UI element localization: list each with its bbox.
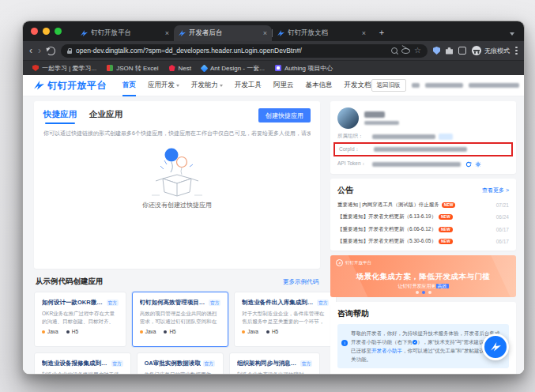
carousel-dots	[330, 291, 516, 294]
announcement-item[interactable]: 【重要通知】开发者文档更新（6.06-6.12） NEW 06/17	[337, 226, 509, 233]
sample-cards-row-1: 如何设计一款OKR微应用官方 OKR业务在推广过程中存在大量的沟通、目标创建、目…	[34, 292, 320, 347]
sample-card-okr[interactable]: 如何设计一款OKR微应用官方 OKR业务在推广过程中存在大量的沟通、目标创建、目…	[34, 292, 126, 347]
reload-icon[interactable]	[47, 47, 55, 55]
banner-highlight: 高效	[436, 284, 449, 288]
main-content: 快捷应用 企业应用 创建快捷应用 你可以通过快捷链接的形式创建最多6个快捷应用，…	[23, 96, 524, 374]
right-column: 所属组织： CorpId： API Token：	[330, 101, 516, 374]
sample-card-spare-parts[interactable]: 制造业备件出入库集成到钉钉官方 对于大型制造业企业，备件库管理在售后服务中是至关…	[234, 292, 337, 347]
browser-tab-developer-backend[interactable]: 开发者后台 ×	[174, 25, 272, 41]
url-text[interactable]: open-dev.dingtalk.com/?spm=dd_developers…	[76, 47, 387, 55]
minimize-window-button[interactable]	[43, 28, 50, 35]
close-window-button[interactable]	[31, 28, 38, 35]
chevron-down-icon	[176, 85, 179, 87]
nav-item-app-dev[interactable]: 应用开发	[148, 81, 179, 90]
bookmark-label: Nest	[179, 65, 191, 72]
bookmark-favicon-icon	[201, 64, 209, 72]
kebab-menu-icon[interactable]	[515, 47, 518, 55]
org-label: 所属组织：	[337, 133, 369, 140]
nav-item-basic-info[interactable]: 基本信息	[306, 81, 333, 90]
java-dot-icon	[140, 330, 143, 334]
shield-extension-icon[interactable]	[433, 47, 440, 55]
eye-off-icon[interactable]	[401, 48, 410, 54]
token-label: API Token：	[337, 160, 369, 168]
announcement-item[interactable]: 【重要通知】开发者文档更新（5.30-6.05） NEW 06/17	[337, 238, 509, 245]
bookmark-item[interactable]: JSON 转 Excel	[107, 64, 158, 73]
sample-card-org-sync[interactable]: 组织架构同步与消息通知官方 制造企业生产设备出现故障时，一线生产人员需要将故障问…	[229, 352, 320, 374]
address-bar[interactable]: open-dev.dingtalk.com/?spm=dd_developers…	[61, 44, 428, 58]
create-quick-app-button[interactable]: 创建快捷应用	[258, 108, 311, 122]
sample-card-tags: JavaH5	[140, 329, 221, 334]
browser-tab-dingtalk-open-platform[interactable]: 钉钉开放平台 ×	[76, 25, 174, 41]
announcement-item[interactable]: 重要通知 | 内网穿透工具（测试版）停止服务 NEW 07/21	[337, 202, 509, 209]
dingtalk-logo-icon	[34, 81, 44, 91]
view-more-link[interactable]: 查看更多 >	[482, 187, 509, 194]
zoom-page-icon[interactable]	[391, 47, 397, 54]
avatar[interactable]	[337, 107, 359, 129]
refresh-icon[interactable]	[465, 161, 472, 168]
site-logo[interactable]: 钉钉开放平台	[34, 79, 107, 92]
tab-enterprise-apps[interactable]: 企业应用	[89, 109, 122, 120]
zoom-window-button[interactable]	[55, 28, 62, 35]
site-header: 钉钉开放平台 首页 应用开发 开发能力 开发工具 阿里云 基本信息 开发文档 返…	[23, 75, 524, 96]
close-tab-icon[interactable]: ×	[362, 30, 366, 37]
incognito-badge: 无痕模式	[472, 46, 510, 55]
dingtalk-assistant-button[interactable]	[482, 334, 509, 360]
bookmark-label: JSON 转 Excel	[116, 64, 158, 73]
carousel-dot[interactable]	[428, 291, 431, 294]
forward-icon[interactable]: ›	[38, 46, 41, 55]
tab-group-icon[interactable]	[458, 47, 466, 55]
announcements-card: 公告 查看更多 > 重要通知 | 内网穿透工具（测试版）停止服务 NEW 07/…	[330, 179, 516, 251]
nav-item-dev-docs[interactable]: 开发文档	[345, 81, 371, 90]
sample-card-desc: 高效的项目管理是企业共同的强烈需求，可以通过钉钉团队空间和在线文...	[140, 310, 221, 325]
legacy-version-button[interactable]: 返回旧版	[371, 79, 406, 92]
nav-item-dev-tools[interactable]: 开发工具	[235, 81, 262, 90]
sample-card-project-files[interactable]: 钉钉如何高效管理项目文件官方 高效的项目管理是企业共同的强烈需求，可以通过钉钉团…	[132, 292, 229, 347]
close-tab-icon[interactable]: ×	[165, 30, 169, 37]
announcement-item[interactable]: 【重要通知】开发者文档更新（6.13-6.19） NEW 06/24	[337, 213, 509, 220]
quick-apps-description: 你可以通过快捷链接的形式创建最多6个快捷应用，快捷应用在工作台中仅自己可见，若要…	[43, 130, 311, 138]
dingtalk-favicon-icon	[277, 30, 284, 37]
empty-state: 你还没有创建过快捷应用	[43, 145, 311, 209]
java-dot-icon	[42, 330, 45, 334]
browser-tab-dingtalk-docs[interactable]: 钉钉开放文档 ×	[273, 25, 371, 41]
org-tag-redacted[interactable]	[439, 134, 453, 140]
nav-item-aliyun[interactable]: 阿里云	[273, 81, 294, 90]
bookmark-item[interactable]: Authing 项目中心	[275, 64, 333, 73]
sample-card-equipment-repair[interactable]: 制造业设备报修集成到钉钉官方 制造业企业的设备终端用户对于使用中的设备需要进行定…	[34, 352, 131, 374]
settings-gear-icon[interactable]	[475, 161, 481, 168]
dingtalk-favicon-icon	[179, 30, 186, 37]
nav-item-home[interactable]: 首页	[122, 81, 136, 90]
nav-item-dev-capability[interactable]: 开发能力	[191, 81, 223, 90]
carousel-dot[interactable]	[416, 291, 419, 294]
tab-quick-apps[interactable]: 快捷应用	[43, 109, 77, 120]
new-tab-button[interactable]: +	[375, 27, 388, 40]
bookmark-star-icon[interactable]: ☆	[414, 47, 421, 55]
h5-dot-icon	[164, 330, 167, 334]
sample-card-title: 如何设计一款OKR微应用	[42, 299, 104, 307]
site-nav: 首页 应用开发 开发能力 开发工具 阿里云 基本信息 开发文档	[122, 81, 371, 90]
incognito-icon	[472, 46, 481, 55]
extensions-puzzle-icon[interactable]	[446, 47, 453, 55]
assistant-link[interactable]: 开发者小助手	[371, 348, 402, 353]
more-samples-link[interactable]: 更多示例代码	[283, 278, 318, 286]
bookmark-item[interactable]: Nest	[169, 65, 191, 72]
bookmark-favicon-icon	[107, 65, 113, 71]
redacted-user-info	[412, 83, 420, 88]
sample-card-title: 制造业备件出入库集成到钉钉	[242, 299, 315, 307]
back-icon[interactable]: ‹	[29, 46, 32, 55]
sample-card-title: 组织架构同步与消息通知	[237, 360, 298, 368]
close-tab-icon[interactable]: ×	[263, 30, 267, 37]
bookmark-label: 一起学习 | 爱学习...	[42, 64, 96, 73]
carousel-dot-active[interactable]	[422, 291, 425, 294]
tab-title: 钉钉开放文档	[288, 28, 359, 38]
sample-card-oa-approval[interactable]: OA审批实例数据读取官方 收集门店每日的营业数据用作经营指导、账务处理。是餐饮连…	[137, 352, 224, 374]
bookmark-label: Ant Design - 一套...	[210, 64, 265, 73]
bookmark-item[interactable]: Ant Design - 一套...	[202, 64, 265, 73]
official-tag: 官方	[209, 300, 220, 306]
promo-banner[interactable]: 钉钉开放平台 场景化集成方案，降低开发成本与门槛 让钉钉开发应用更高效	[330, 255, 516, 297]
bookmark-item[interactable]: 一起学习 | 爱学习...	[32, 64, 96, 73]
bookmarks-bar: 一起学习 | 爱学习... JSON 转 Excel Nest Ant Desi…	[23, 60, 524, 75]
tab-list-chevron-icon[interactable]	[510, 32, 514, 36]
user-name-redacted	[364, 111, 399, 125]
tab-title: 钉钉开放平台	[91, 28, 162, 38]
